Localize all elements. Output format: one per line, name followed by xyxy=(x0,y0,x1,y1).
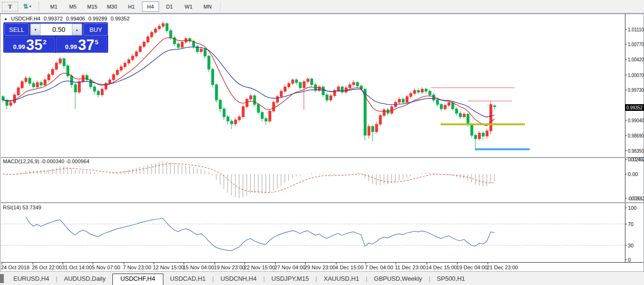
candle xyxy=(227,117,229,121)
triangle-up-icon: ▲ xyxy=(4,17,8,21)
candle xyxy=(417,90,420,92)
candle xyxy=(459,113,462,117)
pane-separator-macd xyxy=(1,157,644,158)
candle xyxy=(177,44,180,47)
time-axis-label: 12 Nov 15:00 xyxy=(153,265,184,270)
price-axis-label: 1.00070 xyxy=(628,72,644,78)
candle xyxy=(93,87,96,91)
time-axis-label: 4 Dec 15:00 xyxy=(335,265,363,270)
chart-tab-usdjpy[interactable]: USDJPY,M15 xyxy=(265,274,316,284)
macd-signal-line xyxy=(3,164,494,193)
candle xyxy=(421,89,423,92)
chart-tab-eurusd[interactable]: EURUSD,H4 xyxy=(7,274,56,284)
volume-increase-button[interactable]: ▲ xyxy=(72,24,82,35)
chart-tab-gbpusd[interactable]: GBPUSD,Weekly xyxy=(367,274,429,284)
buy-button[interactable]: BUY xyxy=(83,23,108,36)
candle xyxy=(372,127,374,132)
candle xyxy=(242,107,244,117)
candle xyxy=(436,100,439,104)
candle xyxy=(368,127,370,135)
candle xyxy=(154,29,157,32)
chart-tab-usdchf[interactable]: USDCHF,H4 xyxy=(112,274,163,285)
candle xyxy=(269,111,271,121)
candle xyxy=(280,91,282,97)
candle xyxy=(486,131,488,136)
candle xyxy=(101,89,103,95)
volume-decrease-button[interactable]: ▼ xyxy=(30,24,40,35)
candle xyxy=(253,96,256,104)
candle xyxy=(299,82,302,88)
time-axis-label: 14 Dec 15:00 xyxy=(426,265,457,270)
candle xyxy=(231,121,233,124)
chart-symbol: USDCHF,H4 xyxy=(11,16,40,21)
price-axis-label: 0.98350 xyxy=(628,148,644,154)
candle xyxy=(170,30,172,38)
chart-tab-bar: EURUSD,H4|AUDUSD,DailyUSDCHF,H4USDCAD,H1… xyxy=(0,272,644,285)
chart-tab-usdcad[interactable]: USDCAD,H1 xyxy=(163,274,212,284)
rsi-axis-label: 70 xyxy=(628,221,634,227)
candle xyxy=(452,103,454,109)
chart-tab-sp500[interactable]: SP500,H1 xyxy=(430,274,472,284)
candle xyxy=(326,95,328,100)
sell-price-box[interactable]: 0.99 35 2 xyxy=(4,37,55,53)
candle xyxy=(59,59,61,63)
candle xyxy=(463,114,465,117)
candle xyxy=(21,82,23,88)
candle xyxy=(490,105,492,131)
candle xyxy=(455,109,458,113)
price-axis-label: 1.01110 xyxy=(628,27,644,32)
candle xyxy=(398,99,401,102)
candle xyxy=(356,82,359,86)
candle xyxy=(158,26,161,29)
ohlc-close: 0.99352 xyxy=(111,16,130,21)
candle xyxy=(109,80,111,83)
sell-button[interactable]: SELL xyxy=(4,23,29,36)
buy-price-box[interactable]: 0.99 37 5 xyxy=(56,37,107,53)
candle xyxy=(147,37,149,42)
candle xyxy=(272,102,275,111)
candle xyxy=(379,116,382,124)
chart-tab-audusd[interactable]: AUDUSD,Daily xyxy=(57,274,112,284)
candle xyxy=(261,112,263,118)
price-axis-label: 1.00420 xyxy=(628,57,644,62)
candle xyxy=(151,32,153,37)
candle xyxy=(97,91,100,95)
candle xyxy=(471,124,473,135)
candle xyxy=(223,109,225,117)
tab-scroll-stub[interactable] xyxy=(0,274,4,283)
candle xyxy=(352,82,355,85)
candle xyxy=(208,56,210,69)
one-click-trade-panel: SELL ▼ ▲ BUY 0.99 35 2 0.99 37 5 xyxy=(3,22,108,53)
ohlc-low: 0.99289 xyxy=(88,16,107,21)
candle xyxy=(162,24,164,27)
buy-price-prefix: 0.99 xyxy=(65,43,77,50)
candle xyxy=(78,82,80,92)
candle xyxy=(425,89,427,91)
candle xyxy=(116,70,119,75)
candle xyxy=(120,67,122,70)
time-axis-label: 31 Oct 14:00 xyxy=(62,265,92,270)
ohlc-high: 0.99406 xyxy=(66,16,85,21)
candle xyxy=(292,80,294,83)
time-axis-label: 15 Nov 04:00 xyxy=(183,265,214,270)
candle xyxy=(48,75,50,80)
candle xyxy=(55,63,58,69)
candle xyxy=(493,106,496,107)
rsi-label: RSI(14) 53.7349 xyxy=(3,205,41,210)
candle xyxy=(219,100,221,108)
candle xyxy=(478,133,481,139)
ma-slow-line xyxy=(3,47,494,117)
chart-tab-usdcnh[interactable]: USDCNH,H4 xyxy=(214,274,263,284)
candle xyxy=(128,59,130,63)
volume-input[interactable] xyxy=(40,24,72,35)
sell-price-prefix: 0.99 xyxy=(13,43,25,50)
chart-tab-xauusd[interactable]: XAUUSD,H1 xyxy=(317,274,365,284)
candle xyxy=(311,79,313,85)
price-axis-label: 0.98690 xyxy=(628,133,644,138)
candle xyxy=(13,95,16,103)
price-axis-label: 0.99730 xyxy=(628,87,644,93)
candle xyxy=(29,78,31,83)
candle xyxy=(375,124,378,132)
time-axis-label: 29 Nov 23:00 xyxy=(304,265,335,270)
candle xyxy=(10,103,12,106)
